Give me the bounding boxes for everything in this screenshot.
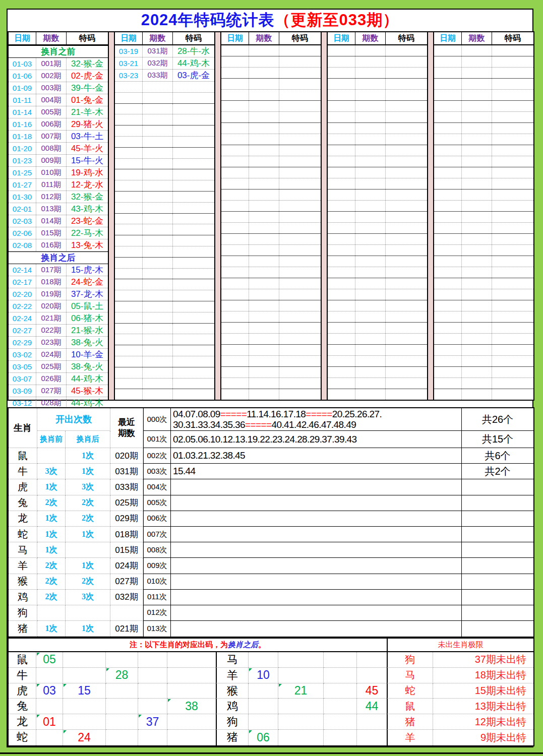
period-cell bbox=[355, 45, 386, 56]
table-row bbox=[328, 68, 427, 79]
table-row bbox=[328, 256, 427, 267]
left-value-cell bbox=[106, 683, 138, 699]
table-row: 01-09003期39-牛-金 bbox=[9, 82, 108, 94]
code-cell bbox=[386, 45, 427, 56]
code-cell: 32-猴-金 bbox=[67, 191, 108, 203]
middle-zodiac-cell: 猴 bbox=[216, 683, 249, 699]
date-cell bbox=[328, 334, 355, 344]
numbers-cell bbox=[171, 527, 462, 542]
date-cell bbox=[221, 378, 249, 389]
date-cell bbox=[434, 112, 462, 122]
code-cell bbox=[492, 323, 533, 333]
period-cell bbox=[462, 278, 492, 289]
code-cell bbox=[173, 224, 214, 235]
table-row bbox=[328, 178, 427, 190]
after-count-cell: 2次 bbox=[66, 574, 110, 590]
date-cell bbox=[221, 345, 249, 355]
period-cell: 003期 bbox=[36, 82, 67, 94]
code-cell bbox=[492, 45, 533, 56]
code-cell bbox=[173, 203, 214, 213]
code-cell bbox=[279, 68, 321, 78]
code-cell bbox=[173, 389, 214, 400]
code-cell: 21-羊-木 bbox=[67, 106, 108, 118]
period-cell bbox=[462, 345, 492, 355]
recent-period-cell: 031期 bbox=[110, 464, 143, 479]
code-cell bbox=[279, 334, 321, 344]
code-column-header: 特码 bbox=[279, 32, 321, 44]
recent-period-cell: 018期 bbox=[110, 527, 143, 542]
table-row bbox=[221, 56, 321, 68]
table-row bbox=[115, 334, 214, 345]
code-cell bbox=[386, 245, 427, 256]
period-cell: 025期 bbox=[36, 361, 67, 372]
table-row: 01-03001期32-猴-金 bbox=[9, 58, 108, 70]
date-cell: 03-09 bbox=[9, 385, 36, 397]
code-cell: 01-兔-金 bbox=[67, 94, 108, 106]
date-cell: 01-20 bbox=[9, 143, 36, 154]
code-cell: 19-鸡-水 bbox=[67, 167, 108, 178]
period-cell bbox=[462, 389, 492, 400]
date-cell bbox=[221, 123, 249, 134]
period-cell bbox=[143, 224, 173, 235]
date-cell bbox=[221, 234, 249, 244]
code-cell bbox=[386, 323, 427, 333]
table-row bbox=[434, 311, 533, 323]
code-cell bbox=[279, 223, 321, 233]
code-cell bbox=[386, 345, 427, 355]
table-row bbox=[328, 311, 427, 323]
period-cell: 017期 bbox=[36, 264, 67, 276]
table-row bbox=[221, 256, 321, 267]
numbers-cell bbox=[171, 590, 462, 605]
period-cell bbox=[143, 246, 173, 257]
numbers-line: 02.05.06.10.12.13.19.22.23.24.28.29.37.3… bbox=[173, 432, 357, 447]
table-row bbox=[115, 290, 214, 301]
period-cell bbox=[143, 269, 173, 279]
period-cell bbox=[143, 214, 173, 224]
period-cell bbox=[143, 104, 173, 114]
left-value-cell bbox=[138, 699, 167, 714]
period-cell bbox=[355, 68, 386, 78]
code-cell: 28-牛-水 bbox=[173, 45, 214, 57]
code-cell bbox=[386, 234, 427, 244]
code-cell bbox=[279, 212, 321, 222]
code-cell: 24-蛇-金 bbox=[67, 276, 108, 288]
code-cell bbox=[173, 159, 214, 169]
table-row: 02-03014期23-蛇-金 bbox=[9, 215, 108, 227]
date-cell bbox=[221, 245, 249, 256]
date-cell bbox=[434, 256, 462, 267]
count-label-cell: 010次 bbox=[143, 574, 171, 590]
code-cell bbox=[492, 201, 533, 211]
code-cell bbox=[386, 156, 427, 167]
recent-period-cell: 027期 bbox=[110, 574, 143, 590]
left-value-cell bbox=[167, 714, 216, 730]
table-row bbox=[221, 356, 321, 367]
code-cell bbox=[386, 56, 427, 67]
middle-value-cell bbox=[324, 699, 357, 714]
code-cell: 03-牛-土 bbox=[67, 131, 108, 142]
date-cell bbox=[115, 235, 143, 246]
middle-zodiac-cell: 鸡 bbox=[216, 699, 249, 714]
middle-value-cell: 44 bbox=[357, 699, 387, 714]
table-row bbox=[328, 134, 427, 145]
period-cell bbox=[143, 324, 173, 334]
period-cell bbox=[462, 289, 492, 300]
date-cell bbox=[115, 137, 143, 147]
table-row bbox=[434, 167, 533, 178]
period-cell bbox=[355, 101, 386, 111]
period-cell bbox=[249, 311, 279, 322]
date-cell bbox=[115, 82, 143, 92]
date-cell bbox=[434, 56, 462, 67]
period-cell bbox=[462, 223, 492, 233]
code-cell bbox=[173, 312, 214, 323]
code-cell bbox=[279, 234, 321, 244]
table-row bbox=[434, 300, 533, 311]
middle-value-cell: 06 bbox=[249, 730, 278, 745]
date-cell bbox=[328, 223, 355, 233]
date-cell bbox=[328, 167, 355, 178]
column-group-separator bbox=[109, 31, 114, 401]
count-total-cell bbox=[462, 511, 533, 527]
table-row bbox=[328, 201, 427, 212]
date-cell bbox=[434, 123, 462, 134]
period-cell bbox=[249, 267, 279, 278]
date-cell bbox=[115, 148, 143, 158]
